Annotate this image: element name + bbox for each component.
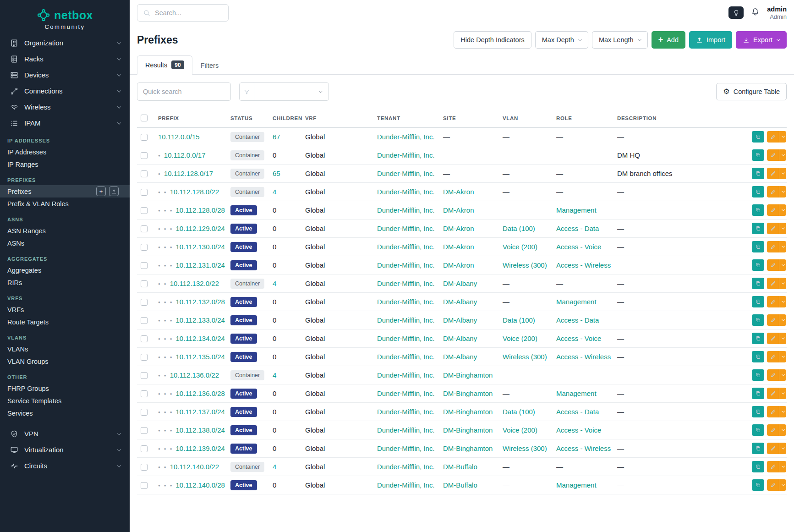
role-link[interactable]: Access - Voice	[556, 335, 601, 342]
edit-button[interactable]	[767, 149, 779, 161]
edit-button[interactable]	[767, 351, 779, 362]
column-header-prefix[interactable]: Prefix	[154, 109, 227, 128]
clone-button[interactable]	[752, 351, 764, 362]
children-count-link[interactable]: 4	[273, 280, 276, 287]
edit-button[interactable]	[767, 369, 779, 381]
edit-button[interactable]	[767, 406, 779, 417]
sidebar-item-circuits[interactable]: Circuits	[0, 458, 130, 474]
row-checkbox[interactable]	[141, 445, 148, 452]
edit-dropdown-button[interactable]	[779, 278, 786, 289]
children-count-link[interactable]: 67	[273, 133, 280, 141]
tenant-link[interactable]: Dunder-Mifflin, Inc.	[377, 371, 435, 379]
row-checkbox[interactable]	[141, 354, 148, 361]
brand[interactable]: netbox Community	[0, 5, 130, 35]
row-checkbox[interactable]	[141, 189, 148, 196]
sidebar-item-ip-addresses[interactable]: IP Addresses	[0, 146, 130, 158]
saved-filter-select[interactable]	[254, 82, 329, 101]
row-checkbox[interactable]	[141, 225, 148, 232]
clone-button[interactable]	[752, 241, 764, 252]
prefix-link[interactable]: 10.112.134.0/24	[176, 335, 225, 342]
sidebar-item-fhrp-groups[interactable]: FHRP Groups	[0, 382, 130, 395]
sidebar-item-services[interactable]: Services	[0, 407, 130, 419]
global-search-input[interactable]	[155, 9, 223, 16]
sidebar-item-vrfs[interactable]: VRFs	[0, 303, 130, 316]
sidebar-item-wireless[interactable]: Wireless	[0, 99, 130, 115]
edit-dropdown-button[interactable]	[779, 149, 786, 161]
prefix-link[interactable]: 10.112.128.0/22	[170, 188, 219, 196]
row-checkbox[interactable]	[141, 317, 148, 324]
role-link[interactable]: Access - Wireless	[556, 261, 611, 269]
vlan-link[interactable]: Wireless (300)	[503, 444, 547, 452]
site-link[interactable]: DM-Albany	[443, 353, 477, 361]
row-checkbox[interactable]	[141, 390, 148, 397]
edit-button[interactable]	[767, 461, 779, 472]
edit-dropdown-button[interactable]	[779, 259, 786, 271]
edit-dropdown-button[interactable]	[779, 314, 786, 326]
sidebar-item-vlans[interactable]: VLANs	[0, 343, 130, 355]
tenant-link[interactable]: Dunder-Mifflin, Inc.	[377, 444, 435, 452]
edit-button[interactable]	[767, 204, 779, 216]
clone-button[interactable]	[752, 479, 764, 491]
edit-button[interactable]	[767, 333, 779, 344]
edit-dropdown-button[interactable]	[779, 223, 786, 234]
row-checkbox[interactable]	[141, 482, 148, 489]
edit-button[interactable]	[767, 278, 779, 289]
edit-dropdown-button[interactable]	[779, 333, 786, 344]
site-link[interactable]: DM-Binghamton	[443, 408, 493, 416]
site-link[interactable]: DM-Akron	[443, 225, 474, 232]
site-link[interactable]: DM-Albany	[443, 316, 477, 324]
prefix-link[interactable]: 10.112.133.0/24	[176, 316, 225, 324]
tenant-link[interactable]: Dunder-Mifflin, Inc.	[377, 151, 435, 159]
max-depth-dropdown[interactable]: Max Depth	[535, 31, 588, 49]
tab-filters[interactable]: Filters	[192, 57, 227, 75]
vlan-link[interactable]: Voice (200)	[503, 243, 537, 251]
column-header-site[interactable]: Site	[439, 109, 499, 128]
prefix-link[interactable]: 10.112.136.0/28	[176, 389, 225, 397]
site-link[interactable]: DM-Albany	[443, 335, 477, 342]
sidebar-item-ipam[interactable]: IPAM	[0, 115, 130, 131]
role-link[interactable]: Access - Wireless	[556, 444, 611, 452]
clone-button[interactable]	[752, 314, 764, 326]
hide-depth-indicators-button[interactable]: Hide Depth Indicators	[454, 31, 531, 49]
tenant-link[interactable]: Dunder-Mifflin, Inc.	[377, 225, 435, 232]
site-link[interactable]: DM-Akron	[443, 188, 474, 196]
edit-dropdown-button[interactable]	[779, 296, 786, 307]
edit-dropdown-button[interactable]	[779, 186, 786, 197]
sidebar-item-vlan-groups[interactable]: VLAN Groups	[0, 355, 130, 367]
theme-toggle-button[interactable]	[728, 6, 744, 19]
prefix-link[interactable]: 10.112.137.0/24	[176, 408, 225, 416]
clone-button[interactable]	[752, 296, 764, 307]
edit-button[interactable]	[767, 259, 779, 271]
row-checkbox[interactable]	[141, 335, 148, 342]
role-link[interactable]: Access - Data	[556, 225, 599, 232]
import-button[interactable]: Import	[689, 31, 732, 49]
row-checkbox[interactable]	[141, 244, 148, 251]
children-count-link[interactable]: 4	[273, 463, 276, 471]
edit-button[interactable]	[767, 388, 779, 399]
tenant-link[interactable]: Dunder-Mifflin, Inc.	[377, 463, 435, 471]
tenant-link[interactable]: Dunder-Mifflin, Inc.	[377, 335, 435, 342]
edit-button[interactable]	[767, 241, 779, 252]
row-checkbox[interactable]	[141, 299, 148, 306]
row-checkbox[interactable]	[141, 372, 148, 379]
clone-button[interactable]	[752, 186, 764, 197]
clone-button[interactable]	[752, 369, 764, 381]
clone-button[interactable]	[752, 223, 764, 234]
edit-dropdown-button[interactable]	[779, 168, 786, 179]
edit-button[interactable]	[767, 479, 779, 491]
clone-button[interactable]	[752, 168, 764, 179]
children-count-link[interactable]: 65	[273, 170, 280, 177]
row-checkbox[interactable]	[141, 207, 148, 214]
clone-button[interactable]	[752, 406, 764, 417]
vlan-link[interactable]: Data (100)	[503, 316, 535, 324]
prefix-link[interactable]: 10.112.138.0/24	[176, 426, 225, 434]
edit-dropdown-button[interactable]	[779, 424, 786, 436]
prefix-link[interactable]: 10.112.135.0/24	[176, 353, 225, 361]
tenant-link[interactable]: Dunder-Mifflin, Inc.	[377, 353, 435, 361]
quick-search-input[interactable]	[137, 82, 231, 101]
max-length-dropdown[interactable]: Max Length	[592, 31, 648, 49]
edit-dropdown-button[interactable]	[779, 241, 786, 252]
edit-button[interactable]	[767, 223, 779, 234]
column-header-tenant[interactable]: Tenant	[373, 109, 439, 128]
site-link[interactable]: DM-Buffalo	[443, 463, 477, 471]
